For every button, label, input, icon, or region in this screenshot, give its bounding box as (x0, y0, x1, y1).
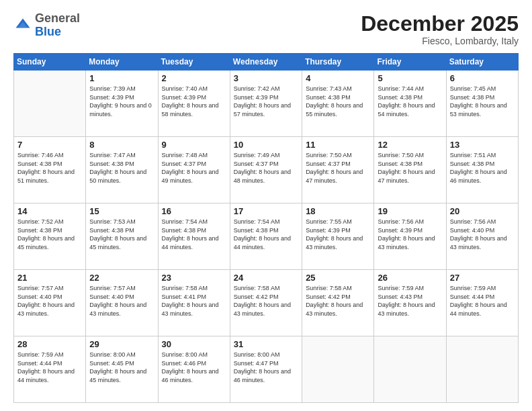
cell-info: Sunrise: 7:56 AMSunset: 4:40 PMDaylight:… (450, 218, 515, 251)
calendar-cell: 15Sunrise: 7:53 AMSunset: 4:38 PMDayligh… (86, 203, 158, 270)
week-row-3: 14Sunrise: 7:52 AMSunset: 4:38 PMDayligh… (14, 203, 519, 270)
day-number: 26 (378, 273, 442, 283)
calendar-cell (14, 71, 86, 137)
month-title: December 2025 (361, 12, 519, 36)
cell-info: Sunrise: 7:50 AMSunset: 4:37 PMDaylight:… (306, 151, 370, 185)
calendar-cell: 10Sunrise: 7:49 AMSunset: 4:37 PMDayligh… (230, 137, 302, 203)
cell-info: Sunrise: 7:42 AMSunset: 4:39 PMDaylight:… (234, 85, 298, 118)
calendar-cell: 29Sunrise: 8:00 AMSunset: 4:45 PMDayligh… (86, 336, 158, 403)
day-number: 27 (450, 273, 515, 283)
calendar-cell: 31Sunrise: 8:00 AMSunset: 4:47 PMDayligh… (230, 336, 302, 403)
calendar-cell: 5Sunrise: 7:44 AMSunset: 4:38 PMDaylight… (374, 71, 446, 137)
week-row-2: 7Sunrise: 7:46 AMSunset: 4:38 PMDaylight… (14, 137, 519, 203)
cell-info: Sunrise: 7:49 AMSunset: 4:37 PMDaylight:… (234, 151, 298, 185)
calendar-cell: 25Sunrise: 7:58 AMSunset: 4:42 PMDayligh… (302, 270, 374, 336)
calendar-cell: 23Sunrise: 7:58 AMSunset: 4:41 PMDayligh… (158, 270, 230, 336)
cell-info: Sunrise: 7:48 AMSunset: 4:37 PMDaylight:… (162, 151, 226, 185)
cell-info: Sunrise: 7:58 AMSunset: 4:41 PMDaylight:… (162, 284, 226, 318)
calendar-cell: 14Sunrise: 7:52 AMSunset: 4:38 PMDayligh… (14, 203, 86, 270)
calendar-cell (374, 336, 446, 403)
cell-info: Sunrise: 7:43 AMSunset: 4:38 PMDaylight:… (306, 85, 370, 118)
day-number: 24 (234, 273, 298, 283)
cell-info: Sunrise: 8:00 AMSunset: 4:45 PMDaylight:… (89, 351, 154, 384)
day-header-wednesday: Wednesday (230, 54, 302, 71)
day-header-saturday: Saturday (446, 54, 518, 71)
calendar-cell: 13Sunrise: 7:51 AMSunset: 4:38 PMDayligh… (446, 137, 518, 203)
day-number: 31 (234, 339, 298, 349)
cell-info: Sunrise: 7:59 AMSunset: 4:44 PMDaylight:… (450, 284, 515, 318)
logo-blue-text: Blue (35, 25, 61, 38)
calendar-cell: 28Sunrise: 7:59 AMSunset: 4:44 PMDayligh… (14, 336, 86, 403)
calendar-cell: 19Sunrise: 7:56 AMSunset: 4:39 PMDayligh… (374, 203, 446, 270)
week-row-4: 21Sunrise: 7:57 AMSunset: 4:40 PMDayligh… (14, 270, 519, 336)
calendar-cell: 21Sunrise: 7:57 AMSunset: 4:40 PMDayligh… (14, 270, 86, 336)
cell-info: Sunrise: 7:44 AMSunset: 4:38 PMDaylight:… (378, 85, 442, 118)
day-number: 21 (17, 273, 82, 283)
header-row: SundayMondayTuesdayWednesdayThursdayFrid… (14, 54, 519, 71)
day-number: 30 (162, 339, 226, 349)
cell-info: Sunrise: 7:45 AMSunset: 4:38 PMDaylight:… (450, 85, 515, 118)
day-number: 10 (234, 140, 298, 150)
day-number: 16 (162, 206, 226, 216)
day-number: 19 (378, 206, 442, 216)
calendar-cell: 11Sunrise: 7:50 AMSunset: 4:37 PMDayligh… (302, 137, 374, 203)
calendar-cell: 1Sunrise: 7:39 AMSunset: 4:39 PMDaylight… (86, 71, 158, 137)
cell-info: Sunrise: 8:00 AMSunset: 4:46 PMDaylight:… (162, 351, 226, 384)
day-number: 22 (89, 273, 154, 283)
title-block: December 2025 Fiesco, Lombardy, Italy (361, 12, 519, 46)
day-number: 20 (450, 206, 515, 216)
cell-info: Sunrise: 7:55 AMSunset: 4:39 PMDaylight:… (306, 218, 370, 251)
day-number: 2 (162, 73, 226, 83)
cell-info: Sunrise: 7:50 AMSunset: 4:38 PMDaylight:… (378, 151, 442, 185)
calendar-cell: 16Sunrise: 7:54 AMSunset: 4:38 PMDayligh… (158, 203, 230, 270)
calendar-cell: 9Sunrise: 7:48 AMSunset: 4:37 PMDaylight… (158, 137, 230, 203)
cell-info: Sunrise: 7:57 AMSunset: 4:40 PMDaylight:… (89, 284, 154, 318)
logo-general-text: General (35, 11, 80, 25)
day-number: 7 (17, 140, 82, 150)
day-number: 18 (306, 206, 370, 216)
calendar-cell: 18Sunrise: 7:55 AMSunset: 4:39 PMDayligh… (302, 203, 374, 270)
day-number: 1 (89, 73, 154, 83)
week-row-5: 28Sunrise: 7:59 AMSunset: 4:44 PMDayligh… (14, 336, 519, 403)
day-header-thursday: Thursday (302, 54, 374, 71)
calendar-cell: 4Sunrise: 7:43 AMSunset: 4:38 PMDaylight… (302, 71, 374, 137)
day-number: 13 (450, 140, 515, 150)
location-title: Fiesco, Lombardy, Italy (361, 36, 519, 46)
cell-info: Sunrise: 7:59 AMSunset: 4:44 PMDaylight:… (17, 351, 82, 384)
day-header-monday: Monday (86, 54, 158, 71)
calendar-cell: 27Sunrise: 7:59 AMSunset: 4:44 PMDayligh… (446, 270, 518, 336)
calendar-cell (302, 336, 374, 403)
page: General Blue December 2025 Fiesco, Lomba… (0, 0, 532, 411)
logo: General Blue (13, 12, 80, 39)
logo-icon (13, 16, 32, 35)
day-number: 29 (89, 339, 154, 349)
day-number: 12 (378, 140, 442, 150)
day-number: 25 (306, 273, 370, 283)
day-number: 8 (89, 140, 154, 150)
calendar-cell: 26Sunrise: 7:59 AMSunset: 4:43 PMDayligh… (374, 270, 446, 336)
cell-info: Sunrise: 7:54 AMSunset: 4:38 PMDaylight:… (162, 218, 226, 251)
calendar-cell: 30Sunrise: 8:00 AMSunset: 4:46 PMDayligh… (158, 336, 230, 403)
day-number: 28 (17, 339, 82, 349)
calendar-cell: 8Sunrise: 7:47 AMSunset: 4:38 PMDaylight… (86, 137, 158, 203)
calendar-cell: 6Sunrise: 7:45 AMSunset: 4:38 PMDaylight… (446, 71, 518, 137)
cell-info: Sunrise: 7:51 AMSunset: 4:38 PMDaylight:… (450, 151, 515, 185)
day-header-friday: Friday (374, 54, 446, 71)
calendar-table: SundayMondayTuesdayWednesdayThursdayFrid… (13, 53, 519, 403)
day-number: 6 (450, 73, 515, 83)
cell-info: Sunrise: 8:00 AMSunset: 4:47 PMDaylight:… (234, 351, 298, 384)
cell-info: Sunrise: 7:53 AMSunset: 4:38 PMDaylight:… (89, 218, 154, 251)
cell-info: Sunrise: 7:40 AMSunset: 4:39 PMDaylight:… (162, 85, 226, 118)
day-number: 17 (234, 206, 298, 216)
calendar-cell: 7Sunrise: 7:46 AMSunset: 4:38 PMDaylight… (14, 137, 86, 203)
day-number: 11 (306, 140, 370, 150)
cell-info: Sunrise: 7:59 AMSunset: 4:43 PMDaylight:… (378, 284, 442, 318)
day-number: 14 (17, 206, 82, 216)
cell-info: Sunrise: 7:54 AMSunset: 4:38 PMDaylight:… (234, 218, 298, 251)
cell-info: Sunrise: 7:56 AMSunset: 4:39 PMDaylight:… (378, 218, 442, 251)
calendar-cell (446, 336, 518, 403)
calendar-cell: 22Sunrise: 7:57 AMSunset: 4:40 PMDayligh… (86, 270, 158, 336)
cell-info: Sunrise: 7:46 AMSunset: 4:38 PMDaylight:… (17, 151, 82, 185)
day-header-tuesday: Tuesday (158, 54, 230, 71)
cell-info: Sunrise: 7:39 AMSunset: 4:39 PMDaylight:… (89, 85, 154, 118)
